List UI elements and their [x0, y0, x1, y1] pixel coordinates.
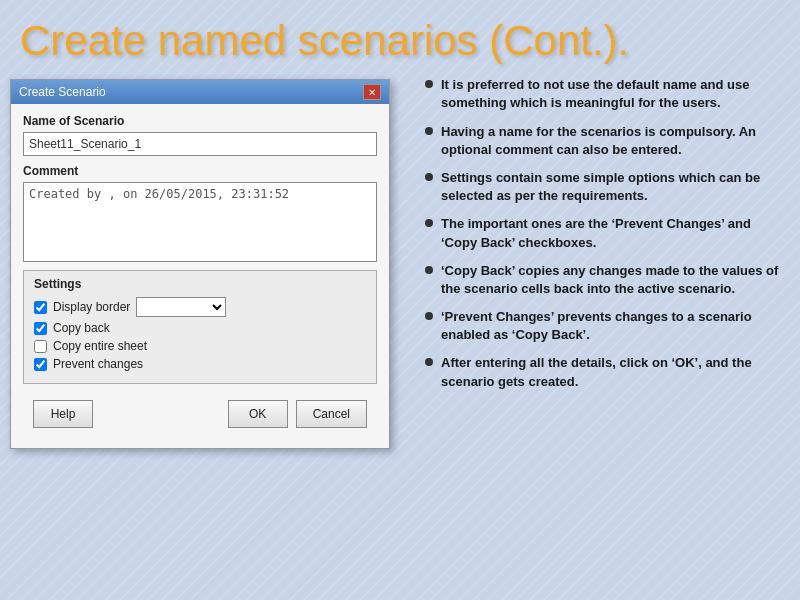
dialog-close-button[interactable]: ✕: [363, 84, 381, 100]
create-scenario-dialog: Create Scenario ✕ Name of Scenario Comme…: [10, 79, 390, 449]
dialog-buttons-row: Help OK Cancel: [23, 394, 377, 438]
copy-back-row: Copy back: [34, 321, 366, 335]
comment-textarea[interactable]: Created by , on 26/05/2015, 23:31:52: [23, 182, 377, 262]
bullet-text-5: ‘Prevent Changes’ prevents changes to a …: [441, 308, 790, 344]
bullet-text-0: It is preferred to not use the default n…: [441, 76, 790, 112]
bullet-list: It is preferred to not use the default n…: [425, 76, 790, 391]
bullet-item: Having a name for the scenarios is compu…: [425, 123, 790, 159]
bullet-text-4: ‘Copy Back’ copies any changes made to t…: [441, 262, 790, 298]
bullet-dot-1: [425, 127, 433, 135]
copy-back-label: Copy back: [53, 321, 110, 335]
settings-section: Settings Display border Copy back: [23, 270, 377, 384]
bullet-item: It is preferred to not use the default n…: [425, 76, 790, 112]
comment-label: Comment: [23, 164, 377, 178]
bullet-item: Settings contain some simple options whi…: [425, 169, 790, 205]
display-border-label: Display border: [53, 300, 130, 314]
bullet-dot-5: [425, 312, 433, 320]
bullet-text-1: Having a name for the scenarios is compu…: [441, 123, 790, 159]
bullets-panel: It is preferred to not use the default n…: [425, 74, 790, 569]
display-border-row: Display border: [34, 297, 366, 317]
bullet-item: The important ones are the ‘Prevent Chan…: [425, 215, 790, 251]
bullet-item: After entering all the details, click on…: [425, 354, 790, 390]
copy-back-checkbox[interactable]: [34, 322, 47, 335]
border-color-select[interactable]: [136, 297, 226, 317]
cancel-button[interactable]: Cancel: [296, 400, 367, 428]
bullet-item: ‘Prevent Changes’ prevents changes to a …: [425, 308, 790, 344]
display-border-checkbox[interactable]: [34, 301, 47, 314]
dialog-body: Name of Scenario Comment Created by , on…: [11, 104, 389, 448]
name-of-scenario-label: Name of Scenario: [23, 114, 377, 128]
dialog-title: Create Scenario: [19, 85, 106, 99]
scenario-name-input[interactable]: [23, 132, 377, 156]
bullet-item: ‘Copy Back’ copies any changes made to t…: [425, 262, 790, 298]
bullet-dot-4: [425, 266, 433, 274]
bullet-dot-2: [425, 173, 433, 181]
bullet-text-6: After entering all the details, click on…: [441, 354, 790, 390]
bullet-dot-6: [425, 358, 433, 366]
copy-entire-sheet-label: Copy entire sheet: [53, 339, 147, 353]
ok-button[interactable]: OK: [228, 400, 288, 428]
copy-entire-sheet-checkbox[interactable]: [34, 340, 47, 353]
prevent-changes-label: Prevent changes: [53, 357, 143, 371]
dialog-container: Create Scenario ✕ Name of Scenario Comme…: [10, 74, 405, 569]
copy-entire-sheet-row: Copy entire sheet: [34, 339, 366, 353]
prevent-changes-row: Prevent changes: [34, 357, 366, 371]
bullet-text-2: Settings contain some simple options whi…: [441, 169, 790, 205]
page-title: Create named scenarios (Cont.).: [0, 0, 800, 74]
dialog-titlebar: Create Scenario ✕: [11, 80, 389, 104]
settings-label: Settings: [34, 277, 366, 291]
bullet-dot-3: [425, 219, 433, 227]
bullet-text-3: The important ones are the ‘Prevent Chan…: [441, 215, 790, 251]
help-button[interactable]: Help: [33, 400, 93, 428]
bullet-dot-0: [425, 80, 433, 88]
prevent-changes-checkbox[interactable]: [34, 358, 47, 371]
